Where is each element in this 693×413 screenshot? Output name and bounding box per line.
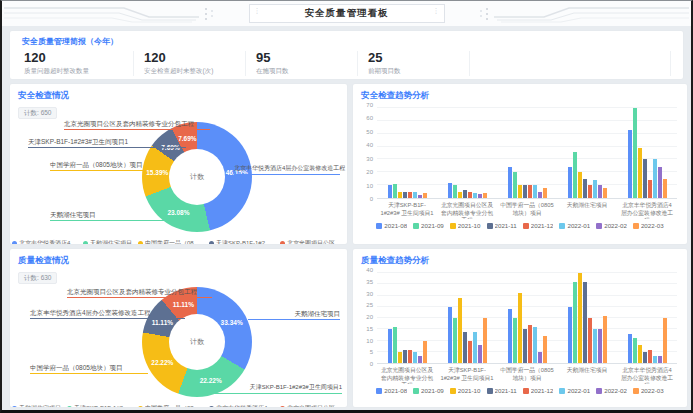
bar[interactable]: [403, 192, 407, 198]
quality-donut-chart[interactable]: 计数 33.34%22.22%22.22%11.11%11.11%: [142, 287, 252, 397]
legend-item[interactable]: 天津SKP-B1F-1#2#3#卫生间项目1: [67, 404, 132, 407]
legend-item[interactable]: 2022-02: [596, 222, 627, 229]
bar[interactable]: [518, 293, 522, 363]
bar[interactable]: [633, 108, 637, 198]
bar[interactable]: [543, 336, 547, 363]
bar[interactable]: [543, 188, 547, 198]
bar[interactable]: [523, 329, 527, 363]
legend-item[interactable]: 天鹅湖住宅项目: [83, 239, 132, 244]
legend-item[interactable]: 2022-01: [559, 387, 590, 394]
bar[interactable]: [483, 318, 487, 363]
bar[interactable]: [648, 350, 652, 364]
bar[interactable]: [398, 192, 402, 198]
legend-item[interactable]: 2021-11: [487, 222, 517, 229]
bar[interactable]: [528, 325, 532, 363]
bar[interactable]: [403, 350, 407, 364]
bar[interactable]: [513, 318, 517, 363]
bar[interactable]: [423, 341, 427, 364]
bar[interactable]: [648, 180, 652, 198]
bar[interactable]: [533, 327, 537, 363]
bar[interactable]: [653, 356, 657, 363]
bar[interactable]: [573, 152, 577, 198]
bar[interactable]: [578, 273, 582, 363]
bar[interactable]: [528, 185, 532, 198]
legend-item[interactable]: 北京光圈项目公区及套内精装修专业分包工程: [280, 239, 345, 244]
bar[interactable]: [518, 185, 522, 198]
legend-item[interactable]: 北京丰华悦秀酒店4层办公室装修改造工程: [209, 404, 274, 407]
bar[interactable]: [663, 179, 667, 198]
bar[interactable]: [418, 356, 422, 363]
bar[interactable]: [588, 318, 592, 363]
bar[interactable]: [408, 192, 412, 198]
bar[interactable]: [583, 179, 587, 198]
bar[interactable]: [568, 307, 572, 363]
bar[interactable]: [533, 185, 537, 198]
legend-item[interactable]: 中国学府一品（0805地块）项目: [138, 239, 203, 244]
bar[interactable]: [653, 159, 657, 198]
legend-item[interactable]: 2021-11: [487, 387, 517, 394]
bar[interactable]: [588, 185, 592, 198]
legend-item[interactable]: 2022-01: [559, 222, 590, 229]
bar[interactable]: [578, 172, 582, 198]
bar[interactable]: [603, 188, 607, 198]
bar[interactable]: [478, 345, 482, 363]
bar[interactable]: [463, 332, 467, 364]
bar[interactable]: [598, 329, 602, 363]
legend-item[interactable]: 2021-08: [376, 222, 407, 229]
legend-item[interactable]: 2021-12: [523, 222, 554, 229]
bar[interactable]: [388, 185, 392, 198]
legend-item[interactable]: 北京光圈项目公区及套内精装修专业分包工程: [280, 404, 345, 407]
legend-item[interactable]: 2022-02: [596, 387, 627, 394]
bar[interactable]: [573, 282, 577, 363]
bar[interactable]: [658, 167, 662, 198]
legend-item[interactable]: 2022-03: [633, 387, 664, 394]
bar[interactable]: [638, 148, 642, 198]
bar[interactable]: [508, 309, 512, 363]
bar[interactable]: [413, 352, 417, 363]
legend-item[interactable]: 2021-12: [523, 387, 554, 394]
bar[interactable]: [448, 183, 452, 198]
bar[interactable]: [583, 282, 587, 363]
bar[interactable]: [478, 194, 482, 198]
bar[interactable]: [663, 318, 667, 363]
bar[interactable]: [473, 332, 477, 364]
bar[interactable]: [523, 185, 527, 198]
bar[interactable]: [633, 338, 637, 363]
bar[interactable]: [643, 159, 647, 198]
bar[interactable]: [423, 193, 427, 198]
bar[interactable]: [638, 345, 642, 363]
bar[interactable]: [468, 341, 472, 364]
bar[interactable]: [418, 195, 422, 198]
bar[interactable]: [598, 185, 602, 198]
legend-item[interactable]: 2021-10: [450, 387, 481, 394]
bar[interactable]: [508, 167, 512, 198]
bar[interactable]: [593, 180, 597, 198]
legend-item[interactable]: 北京丰华悦秀酒店4层办公室装修改造工程: [12, 239, 77, 244]
bar[interactable]: [483, 193, 487, 198]
bar[interactable]: [643, 352, 647, 363]
bar[interactable]: [388, 329, 392, 363]
legend-item[interactable]: 2021-08: [376, 387, 407, 394]
bar[interactable]: [398, 352, 402, 363]
bar[interactable]: [628, 334, 632, 363]
bar[interactable]: [468, 192, 472, 198]
bar[interactable]: [538, 352, 542, 363]
legend-item[interactable]: 天津SKP-B1F-1#2#3#卫生间项目1: [209, 239, 274, 244]
bar[interactable]: [568, 167, 572, 198]
bar[interactable]: [413, 192, 417, 198]
bar[interactable]: [593, 329, 597, 363]
bar[interactable]: [458, 192, 462, 198]
bar[interactable]: [393, 327, 397, 363]
legend-item[interactable]: 2021-09: [413, 387, 444, 394]
legend-item[interactable]: 中国学府一品（0805地块）项目: [138, 404, 203, 407]
bar[interactable]: [393, 184, 397, 198]
bar[interactable]: [448, 307, 452, 363]
legend-item[interactable]: 2022-03: [633, 222, 664, 229]
bar[interactable]: [513, 172, 517, 198]
bar[interactable]: [538, 192, 542, 198]
bar[interactable]: [603, 316, 607, 363]
legend-item[interactable]: 2021-10: [450, 222, 481, 229]
bar[interactable]: [458, 298, 462, 363]
bar[interactable]: [453, 185, 457, 198]
bar[interactable]: [473, 193, 477, 198]
